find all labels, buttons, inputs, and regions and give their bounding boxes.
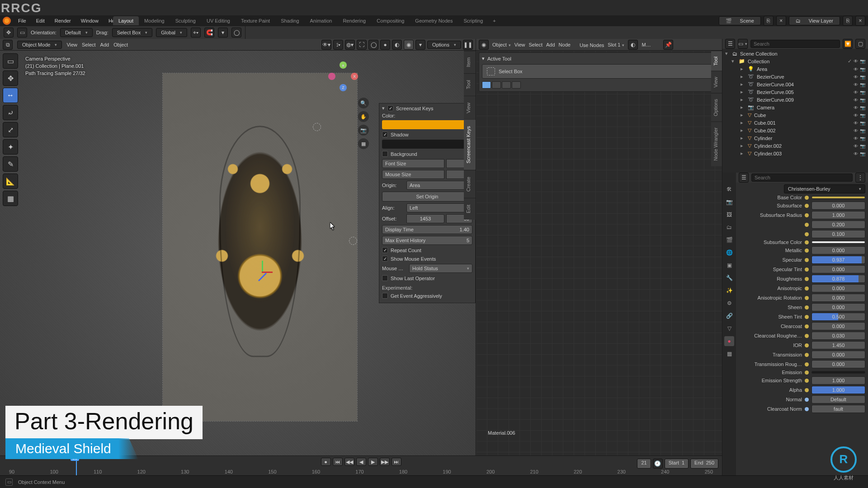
ntab-item[interactable]: Item bbox=[464, 51, 476, 73]
socket-icon[interactable] bbox=[805, 379, 809, 383]
numeric-value[interactable]: 0.000 bbox=[811, 265, 865, 273]
cursor-tool-icon[interactable]: ✥ bbox=[4, 28, 14, 38]
outliner-item[interactable]: ▸ ▽ Cube.001 bbox=[722, 119, 868, 127]
expand-icon[interactable]: ▸ bbox=[741, 66, 745, 72]
socket-icon[interactable] bbox=[805, 362, 809, 366]
tool-move[interactable]: ↔ bbox=[3, 88, 18, 103]
preview-range-icon[interactable]: 🕘 bbox=[653, 459, 663, 469]
gizmo-toggle-icon[interactable]: ⟟▾ bbox=[333, 40, 343, 50]
numeric-value[interactable]: 0.030 bbox=[811, 332, 865, 340]
tab-uv-editing[interactable]: UV Editing bbox=[201, 16, 236, 25]
color-value[interactable] bbox=[811, 241, 865, 244]
visibility-icon[interactable] bbox=[854, 58, 858, 64]
proportional-edit-icon[interactable]: ◯ bbox=[231, 28, 241, 38]
orbit-gizmo[interactable]: ▲ X Z bbox=[328, 61, 358, 91]
panel-collapse-icon[interactable]: ▾ bbox=[382, 105, 385, 111]
sk-shadow-checkbox[interactable] bbox=[382, 131, 388, 137]
outliner-item[interactable]: ▸ ▽ Cube bbox=[722, 111, 868, 119]
render-visibility-icon[interactable] bbox=[860, 82, 865, 87]
enum-value[interactable]: Default bbox=[811, 395, 865, 404]
orbit-negx-icon[interactable] bbox=[328, 73, 335, 80]
menu-window[interactable]: Window bbox=[78, 18, 101, 23]
snap-settings-icon[interactable]: ▾ bbox=[218, 28, 228, 38]
render-visibility-icon[interactable] bbox=[860, 66, 865, 72]
tab-rendering[interactable]: Rendering bbox=[337, 16, 371, 25]
node-node-menu[interactable]: Node bbox=[559, 42, 571, 47]
outliner-item[interactable]: ▸ ➰ BezierCurve bbox=[722, 73, 868, 80]
numeric-value[interactable]: 0.000 bbox=[811, 322, 865, 330]
render-visibility-icon[interactable] bbox=[860, 128, 865, 133]
outliner-item[interactable]: ▸ ➰ BezierCurve.004 bbox=[722, 80, 868, 88]
end-frame-field[interactable]: End250 bbox=[690, 459, 718, 469]
keyframe-next-icon[interactable]: ▶▶ bbox=[380, 458, 390, 466]
prop-tab-particles-icon[interactable]: ✨ bbox=[724, 286, 734, 296]
move-gizmo[interactable] bbox=[254, 264, 269, 279]
visibility-icon[interactable] bbox=[854, 97, 858, 103]
socket-icon[interactable] bbox=[805, 305, 809, 310]
selmode-set-icon[interactable] bbox=[482, 81, 491, 89]
prop-tab-viewlayer-icon[interactable]: 🗂 bbox=[724, 222, 734, 232]
color-value[interactable] bbox=[811, 371, 865, 374]
render-visibility-icon[interactable] bbox=[860, 113, 865, 118]
xray-toggle-icon[interactable]: ⛶ bbox=[357, 40, 367, 50]
numeric-value[interactable]: 0.000 bbox=[811, 294, 865, 302]
orientation-dropdown[interactable]: Default bbox=[60, 28, 93, 37]
overlay-toggle-icon[interactable]: ◍▾ bbox=[345, 40, 355, 50]
visibility-icon[interactable] bbox=[854, 151, 858, 156]
numeric-value[interactable]: 0.937 bbox=[811, 256, 865, 264]
options-dropdown[interactable]: Options bbox=[427, 41, 461, 49]
expand-icon[interactable]: ▸ bbox=[741, 104, 745, 110]
prop-tab-physics-icon[interactable]: ⚙ bbox=[724, 298, 734, 308]
slot-dropdown[interactable]: Slot 1 bbox=[608, 42, 624, 47]
tab-animation[interactable]: Animation bbox=[305, 16, 338, 25]
render-visibility-icon[interactable] bbox=[860, 136, 865, 141]
numeric-value[interactable]: 0.000 bbox=[811, 284, 865, 292]
tool-rotate[interactable]: ⤾ bbox=[3, 105, 18, 120]
tab-texture-paint[interactable]: Texture Paint bbox=[236, 16, 275, 25]
socket-icon[interactable] bbox=[805, 240, 809, 244]
node-matname-field[interactable]: M… bbox=[642, 42, 660, 47]
socket-icon[interactable] bbox=[805, 334, 809, 338]
tool-select-box[interactable]: ▭ bbox=[3, 53, 18, 69]
node-ntab-options[interactable]: Options bbox=[711, 93, 722, 122]
gizmo-x-axis[interactable] bbox=[262, 272, 273, 273]
node-matbrowse-icon[interactable]: ◐ bbox=[628, 40, 638, 50]
current-frame-field[interactable]: 21 bbox=[637, 459, 651, 469]
pan-icon[interactable]: ✋ bbox=[358, 111, 369, 122]
camera-view-icon[interactable]: 📷 bbox=[358, 125, 369, 136]
sk-offset-x[interactable]: 1453 bbox=[406, 214, 444, 223]
numeric-value[interactable]: 1.450 bbox=[811, 341, 865, 349]
expand-icon[interactable]: ▸ bbox=[741, 89, 745, 95]
numeric-value[interactable]: 1.000 bbox=[811, 386, 865, 394]
expand-icon[interactable]: ▸ bbox=[741, 143, 745, 149]
visibility-icon[interactable] bbox=[854, 82, 858, 87]
jump-start-icon[interactable]: ⏮ bbox=[333, 458, 343, 466]
add-menu[interactable]: Add bbox=[100, 42, 109, 47]
tab-geometry-nodes[interactable]: Geometry Nodes bbox=[410, 16, 458, 25]
tab-sculpting[interactable]: Sculpting bbox=[170, 16, 201, 25]
tool-scale[interactable]: ⤢ bbox=[3, 122, 18, 137]
play-icon[interactable]: ▶ bbox=[368, 458, 378, 466]
socket-icon[interactable] bbox=[805, 258, 809, 262]
menu-file[interactable]: File bbox=[15, 18, 29, 23]
prop-tab-data-icon[interactable]: ▽ bbox=[724, 324, 734, 333]
visibility-icon[interactable] bbox=[854, 120, 858, 126]
numeric-value[interactable]: 0.200 bbox=[811, 221, 865, 229]
numeric-value[interactable]: 0.000 bbox=[811, 202, 865, 210]
sk-color-swatch[interactable] bbox=[382, 120, 472, 129]
visibility-icon[interactable] bbox=[854, 66, 858, 72]
tool-add[interactable]: ▦ bbox=[3, 191, 18, 206]
play-reverse-icon[interactable]: ◀ bbox=[356, 458, 366, 466]
tab-add-button[interactable]: + bbox=[488, 16, 500, 25]
node-mode-dropdown[interactable]: Object bbox=[492, 42, 511, 47]
outliner-search-input[interactable] bbox=[750, 40, 840, 48]
view-menu[interactable]: View bbox=[66, 42, 77, 47]
outliner-item[interactable]: ▸ ➰ BezierCurve.005 bbox=[722, 88, 868, 96]
node-view-menu[interactable]: View bbox=[514, 42, 525, 47]
prop-tab-material-icon[interactable]: ● bbox=[724, 336, 734, 346]
viewlayer-selector[interactable]: 🗂 View Layer bbox=[789, 16, 840, 25]
tab-compositing[interactable]: Compositing bbox=[371, 16, 410, 25]
enum-value[interactable]: fault bbox=[811, 405, 865, 413]
render-visibility-icon[interactable] bbox=[860, 143, 865, 149]
drag-dropdown[interactable]: Select Box bbox=[112, 28, 153, 37]
